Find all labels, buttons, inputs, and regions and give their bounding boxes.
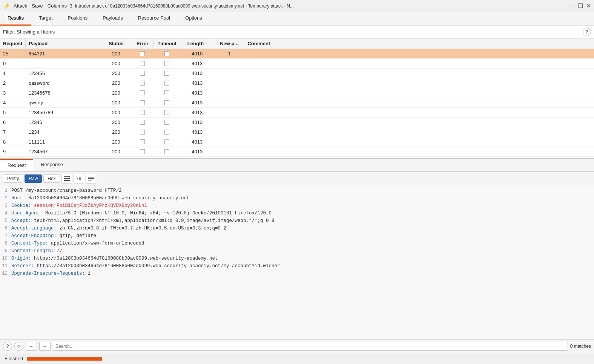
close-button[interactable]: ✕ bbox=[586, 2, 591, 9]
checkbox[interactable] bbox=[164, 81, 169, 86]
table-cell: 4013 bbox=[180, 78, 214, 88]
menu-save[interactable]: Save bbox=[32, 3, 43, 9]
table-cell bbox=[131, 49, 154, 59]
checkbox[interactable] bbox=[140, 120, 145, 125]
checkbox[interactable] bbox=[140, 90, 145, 95]
table-row[interactable]: 81111112004013 bbox=[0, 137, 594, 147]
table-cell: 3 bbox=[0, 88, 26, 98]
table-cell bbox=[244, 49, 594, 59]
table-row[interactable]: 6123452004013 bbox=[0, 118, 594, 127]
code-editor[interactable]: 1POST /my-account/change-password HTTP/2… bbox=[0, 185, 594, 339]
table-cell: 200 bbox=[101, 49, 131, 59]
panel-tab-request[interactable]: Request bbox=[0, 159, 33, 171]
line-content: Content-Type: application/x-www-form-url… bbox=[11, 241, 594, 246]
menu-attack[interactable]: Attack bbox=[14, 3, 27, 9]
table-row[interactable]: 4qwerty2004013 bbox=[0, 98, 594, 108]
table-cell: 6 bbox=[0, 118, 26, 127]
table-row[interactable]: 2password2004013 bbox=[0, 78, 594, 88]
help-icon-button[interactable]: ? bbox=[3, 342, 12, 351]
checkbox[interactable] bbox=[164, 71, 169, 76]
checkbox[interactable] bbox=[140, 81, 145, 86]
col-header-error[interactable]: Error bbox=[131, 38, 154, 49]
line-number: 4 bbox=[0, 211, 11, 216]
table-row[interactable]: 712342004013 bbox=[0, 127, 594, 137]
raw-button[interactable]: Raw bbox=[25, 174, 42, 183]
checkbox[interactable] bbox=[140, 139, 145, 144]
table-cell: 4013 bbox=[180, 59, 214, 69]
col-header-request[interactable]: Request bbox=[0, 38, 26, 49]
table-row[interactable]: 02004013 bbox=[0, 59, 594, 69]
table-cell: 200 bbox=[101, 98, 131, 108]
checkbox[interactable] bbox=[164, 149, 169, 154]
table-cell bbox=[131, 118, 154, 127]
minimize-button[interactable]: — bbox=[569, 2, 575, 9]
table-row[interactable]: 912345672004013 bbox=[0, 147, 594, 157]
table-cell: qwerty bbox=[26, 98, 101, 108]
tab-payloads[interactable]: Payloads bbox=[95, 12, 130, 26]
table-cell bbox=[154, 98, 180, 108]
title-bar-menu: Attack Save Columns bbox=[14, 3, 67, 9]
checkbox[interactable] bbox=[140, 51, 145, 56]
table-row[interactable]: 2565432120040101 bbox=[0, 49, 594, 59]
table-cell: 654321 bbox=[26, 49, 101, 59]
back-button[interactable]: ← bbox=[26, 342, 37, 351]
checkbox[interactable] bbox=[140, 61, 145, 66]
checkbox[interactable] bbox=[164, 100, 169, 105]
settings-icon-button[interactable]: ⚙ bbox=[14, 342, 23, 351]
col-header-timeout[interactable]: Timeout bbox=[154, 38, 180, 49]
tab-options[interactable]: Options bbox=[178, 12, 210, 26]
code-line: 12Upgrade-Insecure-Requests: 1 bbox=[0, 271, 594, 278]
table-cell: 1234567 bbox=[26, 147, 101, 157]
checkbox[interactable] bbox=[140, 100, 145, 105]
tab-target[interactable]: Target bbox=[31, 12, 60, 26]
tab-positions[interactable]: Positions bbox=[60, 12, 95, 26]
line-content: Accept-Encoding: gzip, deflate bbox=[11, 233, 594, 239]
checkbox[interactable] bbox=[164, 120, 169, 125]
table-cell bbox=[131, 127, 154, 137]
checkbox[interactable] bbox=[164, 90, 169, 95]
col-header-newp[interactable]: New p... bbox=[214, 38, 244, 49]
checkbox[interactable] bbox=[140, 130, 145, 135]
search-input[interactable] bbox=[53, 342, 568, 351]
line-content: POST /my-account/change-password HTTP/2 bbox=[11, 188, 594, 193]
checkbox[interactable] bbox=[164, 139, 169, 144]
tab-results[interactable]: Results bbox=[0, 12, 31, 26]
table-row[interactable]: 3123456782004013 bbox=[0, 88, 594, 98]
checkbox[interactable] bbox=[140, 149, 145, 154]
panel-tab-response[interactable]: Response bbox=[33, 159, 71, 171]
table-cell: 1 bbox=[0, 69, 26, 78]
pretty-button[interactable]: Pretty bbox=[3, 174, 23, 183]
col-header-length[interactable]: Length ↑ bbox=[180, 38, 214, 49]
forward-button[interactable]: → bbox=[39, 342, 51, 351]
table-cell: 200 bbox=[101, 88, 131, 98]
wrap-button[interactable] bbox=[86, 174, 96, 184]
maximize-button[interactable]: ☐ bbox=[578, 2, 583, 9]
col-header-payload[interactable]: Payload bbox=[26, 38, 101, 49]
filter-help-button[interactable]: ? bbox=[583, 28, 591, 36]
checkbox[interactable] bbox=[164, 61, 169, 66]
table-cell bbox=[244, 69, 594, 78]
format-button[interactable] bbox=[61, 174, 72, 184]
checkbox[interactable] bbox=[164, 130, 169, 135]
checkbox[interactable] bbox=[164, 51, 169, 56]
checkbox[interactable] bbox=[140, 71, 145, 76]
table-cell: 12345678 bbox=[26, 88, 101, 98]
table-cell bbox=[154, 49, 180, 59]
svg-rect-6 bbox=[88, 180, 92, 180]
hex-button[interactable]: Hex bbox=[43, 174, 60, 183]
app-icon: ⚡ bbox=[3, 2, 11, 9]
col-header-status[interactable]: Status bbox=[101, 38, 131, 49]
col-header-comment[interactable]: Comment bbox=[244, 38, 594, 49]
line-content: Upgrade-Insecure-Requests: 1 bbox=[11, 271, 594, 276]
line-number: 12 bbox=[0, 271, 11, 276]
table-row[interactable]: 11234562004013 bbox=[0, 69, 594, 78]
checkbox[interactable] bbox=[140, 110, 145, 115]
newline-button[interactable]: \n bbox=[74, 174, 84, 184]
tab-resource-pool[interactable]: Resource Pool bbox=[130, 12, 178, 26]
table-row[interactable]: 51234567892004013 bbox=[0, 108, 594, 118]
table-cell bbox=[214, 98, 244, 108]
table-cell bbox=[131, 98, 154, 108]
checkbox[interactable] bbox=[164, 110, 169, 115]
menu-columns[interactable]: Columns bbox=[48, 3, 67, 9]
table-cell: 200 bbox=[101, 59, 131, 69]
